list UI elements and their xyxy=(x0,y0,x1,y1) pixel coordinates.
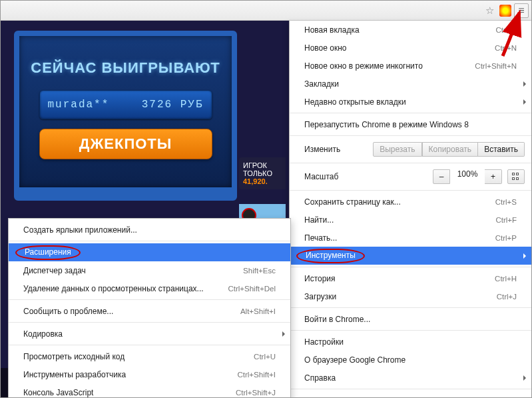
menu-separator xyxy=(290,267,531,267)
menu-exit[interactable]: ВыходCtrl+Shift+Q xyxy=(290,391,531,397)
menu-separator xyxy=(290,113,531,113)
extension-icon[interactable] xyxy=(499,5,511,17)
zoom-out-button[interactable]: – xyxy=(433,169,450,184)
star-icon[interactable] xyxy=(482,3,497,18)
menu-history[interactable]: ИсторияCtrl+H xyxy=(290,269,531,287)
menu-separator xyxy=(290,330,531,331)
menu-recent-tabs[interactable]: Недавно открытые вкладки xyxy=(290,93,531,111)
menu-bookmarks[interactable]: Закладки xyxy=(290,75,531,93)
submenu-report-issue[interactable]: Сообщить о проблеме...Alt+Shift+I xyxy=(9,302,290,320)
paste-button[interactable]: Вставить xyxy=(478,142,525,157)
menu-separator xyxy=(9,345,290,345)
menu-edit-row: Изменить Вырезать Копировать Вставить xyxy=(290,138,531,161)
side-line1: ИГРОК xyxy=(243,161,282,169)
winner-amount: 3726 РУБ xyxy=(142,99,204,111)
menu-settings[interactable]: Настройки xyxy=(290,333,531,351)
tools-submenu: Создать ярлыки приложений... Расширения … xyxy=(8,218,291,398)
winners-title: СЕЙЧАС ВЫИГРЫВАЮТ xyxy=(19,59,232,77)
menu-find[interactable]: Найти...Ctrl+F xyxy=(290,211,531,229)
copy-button[interactable]: Копировать xyxy=(422,142,479,157)
winner-counter: murada** 3726 РУБ xyxy=(39,90,212,119)
menu-new-tab[interactable]: Новая вкладкаCtrl+T xyxy=(290,21,531,39)
menu-separator xyxy=(290,135,531,136)
submenu-js-console[interactable]: Консоль JavaScriptCtrl+Shift+J xyxy=(9,383,290,398)
side-promo: ИГРОК ТОЛЬКО 41,920. xyxy=(239,157,286,189)
menu-downloads[interactable]: ЗагрузкиCtrl+J xyxy=(290,287,531,305)
chrome-main-menu: Новая вкладкаCtrl+T Новое окноCtrl+N Нов… xyxy=(289,21,531,397)
hamburger-menu-button[interactable] xyxy=(514,3,529,18)
menu-tools[interactable]: Инструменты xyxy=(290,247,531,265)
menu-zoom-row: Масштаб – 100% + xyxy=(290,165,531,188)
menu-help[interactable]: Справка xyxy=(290,369,531,387)
zoom-value: 100% xyxy=(450,169,485,184)
fullscreen-icon xyxy=(512,173,520,181)
jackpot-button[interactable]: ДЖЕКПОТЫ xyxy=(39,129,212,159)
menu-separator xyxy=(9,299,290,300)
menu-separator xyxy=(290,163,531,163)
submenu-task-manager[interactable]: Диспетчер задачShift+Esc xyxy=(9,261,290,279)
submenu-encoding[interactable]: Кодировка xyxy=(9,325,290,343)
winner-user: murada** xyxy=(48,99,110,111)
menu-save-as[interactable]: Сохранить страницу как...Ctrl+S xyxy=(290,193,531,211)
menu-separator xyxy=(290,307,531,308)
zoom-in-button[interactable]: + xyxy=(485,169,502,184)
menu-separator xyxy=(290,389,531,389)
side-amount: 41,920. xyxy=(243,177,282,185)
menu-signin[interactable]: Войти в Chrome... xyxy=(290,310,531,328)
submenu-create-shortcuts[interactable]: Создать ярлыки приложений... xyxy=(9,221,290,239)
menu-separator xyxy=(9,241,290,241)
annotation-circle: Расширения xyxy=(15,245,81,260)
submenu-view-source[interactable]: Просмотреть исходный кодCtrl+U xyxy=(9,347,290,365)
submenu-dev-tools[interactable]: Инструменты разработчикаCtrl+Shift+I xyxy=(9,365,290,383)
fullscreen-button[interactable] xyxy=(507,169,525,184)
cut-button[interactable]: Вырезать xyxy=(373,142,421,157)
winners-widget: СЕЙЧАС ВЫИГРЫВАЮТ murada** 3726 РУБ ДЖЕК… xyxy=(14,31,237,201)
side-line2: ТОЛЬКО xyxy=(243,169,282,177)
submenu-clear-browsing-data[interactable]: Удаление данных о просмотренных страница… xyxy=(9,279,290,297)
edit-label: Изменить xyxy=(304,145,340,154)
menu-relaunch-win8[interactable]: Перезапустить Chrome в режиме Windows 8 xyxy=(290,115,531,133)
zoom-label: Масштаб xyxy=(304,172,338,181)
annotation-circle: Инструменты xyxy=(296,249,365,263)
menu-separator xyxy=(290,190,531,191)
menu-new-window[interactable]: Новое окноCtrl+N xyxy=(290,39,531,57)
menu-incognito[interactable]: Новое окно в режиме инкогнитоCtrl+Shift+… xyxy=(290,57,531,75)
menu-separator xyxy=(9,322,290,323)
menu-print[interactable]: Печать...Ctrl+P xyxy=(290,229,531,247)
browser-toolbar xyxy=(1,1,531,21)
submenu-extensions[interactable]: Расширения xyxy=(9,243,290,261)
menu-about[interactable]: О браузере Google Chrome xyxy=(290,351,531,369)
